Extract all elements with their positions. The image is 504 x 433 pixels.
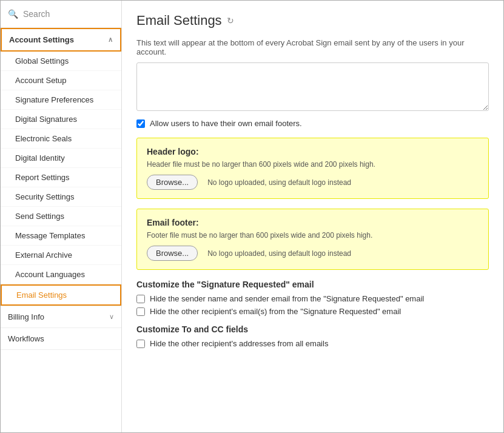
sidebar-item-send-settings[interactable]: Send Settings — [1, 207, 121, 226]
hide-sender-row: Hide the sender name and sender email fr… — [136, 294, 489, 303]
sidebar-item-email-settings[interactable]: Email Settings — [1, 284, 121, 306]
email-footer-textarea[interactable] — [136, 62, 489, 111]
page-title: Email Settings — [136, 13, 222, 29]
header-logo-browse-button[interactable]: Browse... — [147, 175, 198, 190]
sidebar-item-digital-identity[interactable]: Digital Identity — [1, 149, 121, 168]
billing-info-label: Billing Info — [8, 312, 44, 321]
hide-addresses-checkbox[interactable] — [136, 340, 145, 348]
search-placeholder: Search — [23, 9, 50, 19]
allow-own-footers-checkbox[interactable] — [136, 119, 145, 128]
sidebar-item-electronic-seals[interactable]: Electronic Seals — [1, 129, 121, 149]
refresh-icon[interactable]: ↻ — [227, 16, 234, 25]
hide-recipient-row: Hide the other recipient's email(s) from… — [136, 307, 489, 316]
email-footer-desc: Footer file must be no larger than 600 p… — [147, 231, 479, 240]
hide-addresses-label: Hide the other recipient's addresses fro… — [150, 339, 328, 348]
hide-sender-label: Hide the sender name and sender email fr… — [150, 294, 424, 303]
customize-to-cc-title: Customize To and CC fields — [136, 324, 489, 334]
sidebar-item-message-templates[interactable]: Message Templates — [1, 226, 121, 246]
sidebar-item-digital-signatures[interactable]: Digital Signatures — [1, 110, 121, 129]
header-logo-browse-row: Browse... No logo uploaded, using defaul… — [147, 175, 479, 190]
account-settings-header[interactable]: Account Settings ∧ — [1, 28, 121, 52]
hide-recipient-label: Hide the other recipient's email(s) from… — [150, 307, 401, 316]
sidebar: 🔍 Search Account Settings ∧ Global Setti… — [1, 1, 122, 432]
sidebar-item-report-settings[interactable]: Report Settings — [1, 168, 121, 187]
header-logo-section: Header logo: Header file must be no larg… — [136, 138, 489, 199]
sidebar-item-account-languages[interactable]: Account Languages — [1, 265, 121, 284]
header-logo-title: Header logo: — [147, 147, 479, 156]
page-title-row: Email Settings ↻ — [136, 13, 489, 29]
email-footer-browse-button[interactable]: Browse... — [147, 246, 198, 261]
main-content: Email Settings ↻ This text will appear a… — [122, 1, 503, 432]
sidebar-item-global-settings[interactable]: Global Settings — [1, 52, 121, 71]
hide-recipient-checkbox[interactable] — [136, 307, 145, 316]
email-footer-title: Email footer: — [147, 218, 479, 227]
sidebar-item-external-archive[interactable]: External Archive — [1, 246, 121, 265]
email-footer-description: This text will appear at the bottom of e… — [136, 38, 489, 56]
account-settings-chevron: ∧ — [108, 36, 113, 44]
workflows-label: Workflows — [8, 334, 44, 343]
sidebar-item-security-settings[interactable]: Security Settings — [1, 187, 121, 207]
header-logo-status: No logo uploaded, using default logo ins… — [207, 178, 351, 187]
customize-signature-title: Customize the "Signature Requested" emai… — [136, 280, 489, 289]
allow-own-footers-label: Allow users to have their own email foot… — [150, 119, 302, 128]
sidebar-item-account-setup[interactable]: Account Setup — [1, 71, 121, 90]
hide-addresses-row: Hide the other recipient's addresses fro… — [136, 339, 489, 348]
billing-info-chevron: ∨ — [109, 313, 114, 321]
customize-to-cc-section: Customize To and CC fields Hide the othe… — [136, 324, 489, 348]
account-settings-section: Account Settings ∧ Global Settings Accou… — [1, 28, 121, 306]
email-footer-section: Email footer: Footer file must be no lar… — [136, 209, 489, 270]
hide-sender-checkbox[interactable] — [136, 295, 145, 303]
allow-own-footers-row: Allow users to have their own email foot… — [136, 119, 489, 128]
search-icon: 🔍 — [8, 9, 18, 19]
customize-signature-section: Customize the "Signature Requested" emai… — [136, 280, 489, 316]
header-logo-desc: Header file must be no larger than 600 p… — [147, 160, 479, 169]
search-box[interactable]: 🔍 Search — [1, 1, 121, 28]
workflows-section[interactable]: Workflows — [1, 328, 121, 350]
account-settings-items: Global Settings Account Setup Signature … — [1, 52, 121, 306]
sidebar-item-signature-preferences[interactable]: Signature Preferences — [1, 90, 121, 110]
email-footer-browse-row: Browse... No logo uploaded, using defaul… — [147, 246, 479, 261]
account-settings-label: Account Settings — [9, 35, 74, 44]
billing-info-section[interactable]: Billing Info ∨ — [1, 306, 121, 328]
email-footer-status: No logo uploaded, using default logo ins… — [207, 249, 351, 258]
